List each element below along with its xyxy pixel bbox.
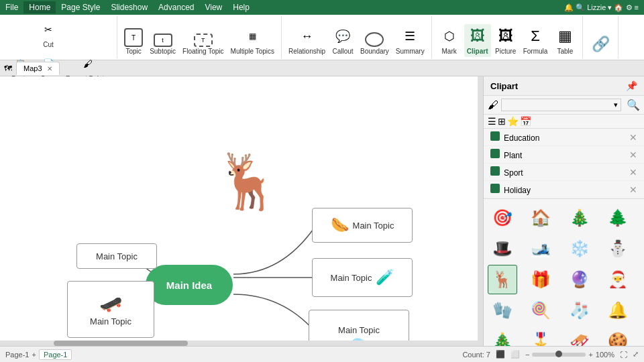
menu-advanced[interactable]: Advanced [153,1,199,13]
education-label: Education [504,133,539,143]
clipart-icon: 🖼 [467,25,488,47]
add-page-icon[interactable]: + [32,351,36,359]
boundary-button[interactable]: Boundary [358,31,392,57]
topic-box-4: Main Topic 🧪 [312,258,413,297]
star-icon[interactable]: ⭐ [507,116,519,127]
map3-tab[interactable]: Map3 ✕ [16,62,60,75]
plant-close-icon[interactable]: ✕ [629,149,637,160]
horizontal-scrollbar[interactable] [0,341,483,346]
user-info: 🔔 🔍 Lizzie ▾ 🏠 ⚙ ≡ [564,3,644,12]
clipart-item-4[interactable]: 🎩 [488,234,517,263]
clipart-item-11[interactable]: 🎅 [603,265,633,294]
menu-page-style[interactable]: Page Style [56,1,105,13]
menu-help[interactable]: Help [227,1,255,13]
clipart-item-0[interactable]: 🎯 [488,203,517,233]
extra-group: 🔗 [583,16,619,58]
zoom-control[interactable]: − + 100% [525,351,614,359]
sport-close-icon[interactable]: ✕ [629,167,637,178]
cut-button[interactable]: ✂ Cut [35,17,62,50]
clipart-item-16[interactable]: 🎄 [488,326,517,346]
topic-button[interactable]: T Topic [121,27,146,57]
callout-icon: 💬 [332,25,354,47]
formula-button[interactable]: Σ Formula [521,24,551,57]
category-dropdown[interactable]: ▾ [501,99,621,111]
clipart-button[interactable]: 🖼 Clipart [464,24,491,57]
page-label: Page-1 [5,351,29,359]
topic-box-3: 🌭 Main Topic [312,208,413,243]
category-sport[interactable]: Sport ✕ [484,164,644,181]
clipart-item-1[interactable]: 🏠 [526,203,555,233]
subtopic-button[interactable]: t Subtopic [147,32,178,57]
menu-slideshow[interactable]: Slideshow [105,1,153,13]
summary-label: Summary [396,48,425,56]
summary-button[interactable]: ☰ Summary [393,24,427,57]
flask-icon: 🧪 [376,269,394,286]
format-painter-icon: 🖌 [77,53,99,74]
relationship-label: Relationship [288,48,325,56]
canvas[interactable]: 🦌 Main Idea Main Topic 🛹 Main Topic 🌭 Ma… [0,76,483,346]
dropdown-arrow-icon: ▾ [614,101,618,109]
relationship-button[interactable]: ↔ Relationship [286,24,328,57]
education-close-icon[interactable]: ✕ [629,132,637,143]
center-node[interactable]: Main Idea [146,265,233,305]
zoom-out-icon[interactable]: − [525,351,529,359]
formula-label: Formula [523,48,548,56]
floating-topic-button[interactable]: T Floating Topic [180,32,227,57]
page-tag[interactable]: Page-1 [39,349,72,360]
callout-button[interactable]: 💬 Callout [329,24,356,57]
mark-button[interactable]: ⬡ Mark [436,24,463,57]
holiday-close-icon[interactable]: ✕ [629,184,637,195]
picture-button[interactable]: 🖼 Picture [492,24,519,57]
clipart-item-14[interactable]: 🧦 [565,296,594,325]
topic-label-1: Main Topic [96,251,138,261]
topic-node-3[interactable]: 🌭 Main Topic [312,208,413,243]
search-icon[interactable]: 🔍 [627,99,640,111]
clipart-item-19[interactable]: 🍪 [603,326,633,346]
grid-view-icon[interactable]: ⊞ [498,116,506,127]
clipart-pin-icon[interactable]: 📌 [626,80,637,91]
zoom-in-icon[interactable]: + [588,351,592,359]
clipart-item-13[interactable]: 🍭 [526,296,555,325]
clipart-item-17[interactable]: 🎖️ [526,326,555,346]
table-button[interactable]: ▦ Table [551,24,578,57]
clipart-item-7[interactable]: ⛄ [603,234,633,263]
zoom-slider[interactable] [532,353,586,357]
actual-size-icon[interactable]: ⬜ [511,350,520,359]
category-holiday[interactable]: Holiday ✕ [484,181,644,198]
clipart-item-2[interactable]: 🎄 [565,203,594,233]
fullscreen-icon[interactable]: ⛶ [620,351,627,359]
menu-file[interactable]: File [0,1,23,13]
clipart-item-10[interactable]: 🔮 [565,265,594,294]
topic-box-2: 🛹 Main Topic [67,281,154,338]
extra-button[interactable]: 🔗 [587,32,614,57]
clipart-title: Clipart [490,81,518,91]
clipart-item-8[interactable]: 🦌 [488,265,517,294]
scrollbar-thumb[interactable] [54,341,188,346]
vertical-scrollbar[interactable] [478,76,483,341]
sport-label: Sport [504,168,523,178]
clipart-item-9[interactable]: 🎁 [526,265,555,294]
topic-node-2[interactable]: 🛹 Main Topic [67,281,154,338]
topic-node-1[interactable]: Main Topic [76,243,157,269]
clipart-item-3[interactable]: 🌲 [603,203,633,233]
expand-icon[interactable]: ⤢ [633,350,639,359]
statusbar-right: Count: 7 ⬛ ⬜ − + 100% ⛶ ⤢ [462,350,639,359]
clipart-item-15[interactable]: 🔔 [603,296,633,325]
category-education[interactable]: Education ✕ [484,129,644,146]
menu-home[interactable]: Home [23,1,56,13]
clipart-item-18[interactable]: 🛷 [565,326,594,346]
tab-close-icon[interactable]: ✕ [47,65,52,72]
calendar-icon[interactable]: 📅 [520,116,531,127]
list-view-icon[interactable]: ☰ [488,116,496,127]
page-nav: Page-1 + Page-1 [5,349,72,360]
clipart-item-5[interactable]: 🎿 [526,234,555,263]
clipart-item-6[interactable]: ❄️ [565,234,594,263]
multiple-topics-button[interactable]: ▦ Multiple Topics [228,24,277,57]
table-label: Table [557,48,573,56]
brush-tool-icon[interactable]: 🖌 [488,99,498,111]
category-plant[interactable]: Plant ✕ [484,146,644,164]
topic-node-4[interactable]: Main Topic 🧪 [312,258,413,297]
menu-view[interactable]: View [199,1,227,13]
clipart-item-12[interactable]: 🧤 [488,296,517,325]
fit-page-icon[interactable]: ⬛ [496,350,505,359]
